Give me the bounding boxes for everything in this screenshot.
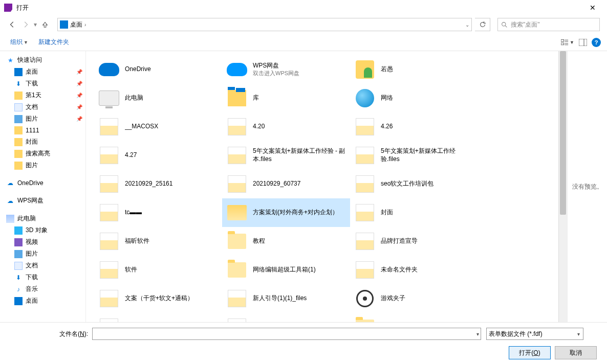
file-item[interactable]: Draw & Guess: [350, 313, 478, 322]
file-item[interactable]: 新人引导(1)(1)_files: [222, 284, 350, 313]
scrollbar[interactable]: [558, 51, 567, 322]
sidebar-this-pc[interactable]: 此电脑: [0, 213, 85, 224]
file-list[interactable]: OneDriveWPS网盘双击进入WPS网盘若愚此电脑库网络__MACOSX4.…: [86, 51, 558, 322]
folder-files-icon: [100, 175, 118, 193]
file-item[interactable]: seo软文工作培训包: [350, 170, 478, 198]
search-icon: [501, 21, 508, 28]
sidebar[interactable]: ★ 快速访问 桌面📌⬇下载📌第1天📌文档📌图片📌 1111封面搜索高亮图片 ☁ …: [0, 51, 86, 322]
file-item[interactable]: 4.20: [222, 112, 350, 141]
file-item[interactable]: 4.26: [350, 112, 478, 141]
sidebar-item[interactable]: 搜索高亮: [0, 148, 85, 160]
file-item[interactable]: 方案策划(对外商务+对内企划）: [222, 198, 350, 227]
folder-files-icon: [100, 233, 118, 250]
file-item[interactable]: 5年文案策划+新媒体工作经验 - 副本.files: [222, 141, 350, 170]
file-item[interactable]: 福昕软件: [94, 227, 222, 256]
refresh-button[interactable]: [475, 18, 490, 31]
file-item[interactable]: 若愚: [350, 55, 478, 84]
address-bar[interactable]: 桌面 › ⌄: [57, 18, 472, 31]
sidebar-onedrive[interactable]: ☁ OneDrive: [0, 177, 85, 189]
sidebar-item[interactable]: ⬇下载: [0, 271, 85, 283]
file-item[interactable]: [222, 313, 350, 322]
file-item[interactable]: 未命名文件夹: [350, 256, 478, 284]
sidebar-item[interactable]: 1111: [0, 125, 85, 136]
sidebar-item[interactable]: 桌面📌: [0, 66, 85, 78]
file-item[interactable]: 游戏夹子: [350, 284, 478, 313]
breadcrumb[interactable]: 桌面: [70, 20, 82, 29]
forward-button[interactable]: [20, 19, 31, 30]
file-item[interactable]: 封面: [350, 198, 478, 227]
video-icon: [14, 238, 23, 246]
sidebar-item[interactable]: 图片: [0, 160, 85, 171]
close-button[interactable]: ✕: [582, 4, 603, 12]
location-icon: [60, 20, 68, 29]
up-button[interactable]: [40, 19, 50, 30]
sidebar-item[interactable]: 图片: [0, 248, 85, 260]
scrollbar-thumb[interactable]: [560, 51, 566, 215]
cancel-button[interactable]: 取消: [555, 346, 597, 359]
pin-icon: 📌: [76, 93, 82, 98]
file-item[interactable]: [94, 313, 222, 322]
file-item[interactable]: 文案（干货+软文+通稿）: [94, 284, 222, 313]
file-item[interactable]: 20210929_25161: [94, 170, 222, 198]
doc-icon: [14, 103, 23, 111]
folder-files-icon: [356, 233, 374, 250]
sidebar-item[interactable]: ♪音乐: [0, 283, 85, 295]
view-options-button[interactable]: ▼: [561, 36, 574, 49]
preview-pane-button[interactable]: [576, 36, 590, 49]
search-placeholder: 搜索"桌面": [511, 20, 540, 29]
filename-label: 文件名(N):: [59, 330, 88, 338]
folder-icon: [228, 234, 246, 249]
sidebar-item[interactable]: 图片📌: [0, 113, 85, 125]
address-dropdown[interactable]: ⌄: [465, 22, 469, 28]
file-item[interactable]: __MACOSX: [94, 112, 222, 141]
file-item[interactable]: 品牌打造宣导: [350, 227, 478, 256]
net-icon: [356, 89, 374, 107]
preview-pane: 没有预览。: [567, 51, 607, 322]
sidebar-wps[interactable]: ☁ WPS网盘: [0, 195, 85, 207]
back-button[interactable]: [7, 19, 17, 30]
sidebar-item[interactable]: 文档: [0, 260, 85, 271]
help-button[interactable]: ?: [592, 38, 601, 47]
folder-icon: [14, 162, 23, 170]
file-item[interactable]: OneDrive: [94, 55, 222, 84]
sidebar-item[interactable]: 第1天📌: [0, 89, 85, 101]
sidebar-item[interactable]: 文档📌: [0, 101, 85, 113]
sidebar-item[interactable]: 封面: [0, 136, 85, 148]
3d-icon: [14, 226, 23, 235]
file-item[interactable]: 4.27: [94, 141, 222, 170]
file-item[interactable]: 库: [222, 84, 350, 112]
file-item[interactable]: 网络编辑超级工具箱(1): [222, 256, 350, 284]
new-folder-button[interactable]: 新建文件夹: [34, 36, 73, 49]
file-item[interactable]: tc▬▬: [94, 198, 222, 227]
file-item[interactable]: 网络: [350, 84, 478, 112]
lib-icon: [228, 90, 246, 106]
file-item[interactable]: 20210929_60737: [222, 170, 350, 198]
organize-button[interactable]: 组织 ▼: [6, 36, 32, 49]
sidebar-item[interactable]: 桌面: [0, 295, 85, 307]
folder-files-icon: [228, 175, 246, 193]
star-icon: ★: [6, 56, 14, 64]
search-input[interactable]: 搜索"桌面": [497, 18, 600, 31]
sidebar-item[interactable]: ⬇下载📌: [0, 78, 85, 89]
folder-files-icon: [100, 147, 118, 164]
folder-files-icon: [100, 118, 118, 135]
sidebar-quick-access[interactable]: ★ 快速访问: [0, 54, 85, 66]
file-item[interactable]: 此电脑: [94, 84, 222, 112]
folder-files-icon: [228, 118, 246, 135]
filename-input[interactable]: [92, 328, 481, 340]
breadcrumb-caret[interactable]: ›: [84, 22, 86, 28]
file-item[interactable]: 教程: [222, 227, 350, 256]
desktop-icon: [14, 68, 23, 76]
folder-files-icon: [356, 204, 374, 221]
wps-icon: ☁: [6, 197, 14, 205]
history-dropdown[interactable]: ▾: [34, 21, 37, 28]
file-item[interactable]: WPS网盘双击进入WPS网盘: [222, 55, 350, 84]
pc-icon: [6, 215, 14, 223]
folder-files-icon: [100, 261, 118, 279]
file-item[interactable]: 软件: [94, 256, 222, 284]
file-item[interactable]: 5年文案策划+新媒体工作经验.files: [350, 141, 478, 170]
sidebar-item[interactable]: 3D 对象: [0, 224, 85, 236]
filetype-select[interactable]: 表单数据文件 (*.fdf): [486, 328, 583, 340]
sidebar-item[interactable]: 视频: [0, 236, 85, 248]
open-button[interactable]: 打开(O): [509, 346, 551, 359]
